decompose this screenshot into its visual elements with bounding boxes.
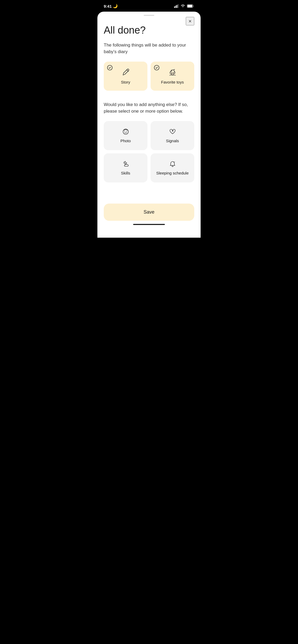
svg-point-10	[171, 71, 172, 71]
signal-icon	[174, 4, 179, 8]
selected-item-story[interactable]: Story	[104, 62, 147, 91]
check-icon-toys	[154, 65, 160, 71]
photo-label: Photo	[120, 139, 131, 143]
main-card: × All done? The following things will be…	[97, 12, 201, 238]
svg-point-12	[124, 131, 125, 131]
phone-container: 9:41 🌙	[97, 0, 201, 238]
svg-point-6	[107, 65, 112, 70]
svg-point-13	[126, 131, 127, 131]
additional-subtitle-text: Would you like to add anything else? If …	[104, 101, 194, 115]
baby-face-icon	[122, 128, 129, 135]
svg-line-19	[124, 162, 124, 162]
save-button[interactable]: Save	[104, 204, 194, 221]
subtitle-text: The following things will be added to yo…	[104, 42, 194, 55]
sun-cloud-icon	[122, 160, 129, 168]
story-label: Story	[121, 80, 130, 84]
home-indicator-bar	[133, 224, 165, 225]
rocking-horse-icon	[168, 68, 177, 77]
time-display: 9:41	[104, 4, 112, 8]
check-icon-story	[107, 65, 113, 71]
options-grid: Photo Signals	[104, 121, 194, 182]
save-label: Save	[143, 209, 154, 215]
svg-rect-0	[174, 6, 175, 8]
svg-point-14	[124, 162, 126, 164]
page-title: All done?	[104, 24, 194, 36]
status-left: 9:41 🌙	[104, 4, 118, 8]
battery-icon	[187, 4, 194, 8]
bell-zzz-icon: zzz	[169, 160, 176, 168]
svg-point-8	[154, 65, 159, 70]
svg-line-20	[126, 164, 126, 164]
close-button[interactable]: ×	[186, 17, 194, 25]
home-indicator-area	[104, 221, 194, 227]
option-sleeping-schedule[interactable]: zzz Sleeping schedule	[151, 153, 194, 182]
drag-handle	[144, 15, 154, 16]
status-bar: 9:41 🌙	[97, 0, 201, 11]
close-icon: ×	[188, 18, 192, 24]
svg-rect-1	[175, 6, 176, 8]
svg-point-11	[123, 129, 128, 134]
skills-label: Skills	[121, 171, 130, 175]
favorite-toys-label: Favorite toys	[161, 80, 184, 84]
option-skills[interactable]: Skills	[104, 153, 147, 182]
wifi-icon	[180, 4, 185, 8]
status-right	[174, 4, 194, 8]
svg-text:zzz: zzz	[173, 161, 175, 163]
svg-rect-3	[178, 4, 179, 8]
signals-label: Signals	[166, 139, 179, 143]
moon-icon: 🌙	[113, 4, 118, 8]
svg-line-7	[127, 70, 128, 71]
svg-rect-2	[177, 5, 177, 8]
option-photo[interactable]: Photo	[104, 121, 147, 150]
svg-rect-5	[187, 5, 192, 7]
selected-item-favorite-toys[interactable]: Favorite toys	[151, 62, 194, 91]
drag-handle-area	[104, 12, 194, 16]
selected-items-grid: Story Favorite toys	[104, 62, 194, 91]
option-signals[interactable]: Signals	[151, 121, 194, 150]
sleeping-schedule-label: Sleeping schedule	[156, 171, 189, 175]
heart-lightning-icon	[169, 128, 176, 135]
pencil-icon	[121, 68, 130, 77]
